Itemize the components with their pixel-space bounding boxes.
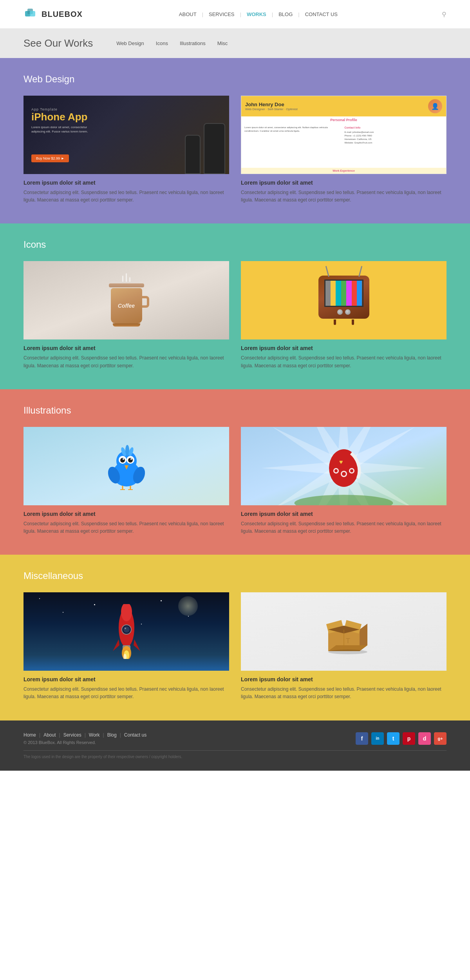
facebook-icon[interactable]: f bbox=[356, 732, 368, 745]
cup-body: Coffee bbox=[111, 288, 142, 323]
rocket-svg bbox=[111, 604, 142, 659]
nav-works[interactable]: WORKS bbox=[241, 11, 272, 17]
buy-now-button[interactable]: Buy Now $2.99 ► bbox=[31, 154, 69, 162]
bird-svg bbox=[103, 441, 150, 492]
box-svg: T bbox=[318, 608, 369, 655]
svg-rect-2 bbox=[30, 11, 35, 16]
work-image-box[interactable]: T bbox=[241, 592, 446, 671]
work-image-tv[interactable] bbox=[241, 261, 446, 339]
dribbble-icon[interactable]: d bbox=[418, 732, 431, 745]
nav-about[interactable]: ABOUT bbox=[174, 11, 202, 17]
tv-preview bbox=[241, 261, 446, 339]
svg-text:♥: ♥ bbox=[339, 459, 343, 465]
phone-big bbox=[204, 123, 225, 174]
google-plus-icon[interactable]: g+ bbox=[434, 732, 446, 745]
tv-bar-yellow bbox=[331, 281, 336, 306]
section-icons-title: Icons bbox=[24, 239, 446, 250]
resume-work-exp: Work Experience bbox=[241, 168, 446, 174]
footer-nav-services[interactable]: Services bbox=[63, 732, 81, 738]
resume-name-area: John Henry Doe Web Designer · Self-Start… bbox=[245, 102, 298, 111]
filter-bar: See Our Works Web Design Icons Illustrat… bbox=[0, 29, 470, 58]
svg-point-33 bbox=[295, 495, 393, 505]
footer-nav-about[interactable]: About bbox=[43, 732, 56, 738]
footer-nav-work[interactable]: Work bbox=[89, 732, 100, 738]
tv-body bbox=[318, 276, 369, 319]
box-preview: T bbox=[241, 592, 446, 671]
resume-preview: John Henry Doe Web Designer · Self-Start… bbox=[241, 96, 446, 174]
search-icon[interactable]: ⚲ bbox=[442, 11, 446, 18]
cup-base bbox=[113, 323, 140, 327]
svg-point-9 bbox=[123, 458, 124, 460]
rocket-preview bbox=[24, 592, 229, 671]
svg-point-10 bbox=[130, 458, 132, 460]
illustrations-grid: Lorem ipsum dolor sit amet Consectetur a… bbox=[24, 427, 446, 535]
svg-point-42 bbox=[350, 469, 353, 472]
linkedin-icon[interactable]: in bbox=[371, 732, 384, 745]
logo[interactable]: BLUEBOX bbox=[24, 7, 83, 21]
star-6 bbox=[188, 616, 189, 617]
resume-body: Lorem ipsum dolor sit amet, consectetur … bbox=[241, 123, 446, 168]
work-image-iphone[interactable]: App Template iPhone App Lorem ipsum dolo… bbox=[24, 96, 229, 174]
svg-point-7 bbox=[120, 458, 125, 463]
work-rocket-desc: Consectetur adipiscing elit. Suspendisse… bbox=[24, 686, 229, 701]
footer-nav-area: Home | About | Services | Work | Blog | … bbox=[24, 732, 146, 745]
footer-sep-5: | bbox=[120, 732, 121, 738]
nav-services[interactable]: SERVICES bbox=[203, 11, 240, 17]
nav-contact[interactable]: CONTACT US bbox=[300, 11, 343, 17]
work-box-title: Lorem ipsum dolor sit amet bbox=[241, 676, 446, 682]
resume-contact: E-mail: johndoe@email.comPhone: +1 (123)… bbox=[345, 131, 443, 145]
cup-handle bbox=[142, 296, 149, 308]
work-item-coffee: Coffee Lorem ipsum dolor sit amet Consec… bbox=[24, 261, 229, 369]
work-image-egg[interactable]: ♥ bbox=[241, 427, 446, 505]
work-item-tv: Lorem ipsum dolor sit amet Consectetur a… bbox=[241, 261, 446, 369]
nav-blog[interactable]: BLOG bbox=[273, 11, 298, 17]
egg-preview: ♥ bbox=[241, 427, 446, 505]
resume-text-left: Lorem ipsum dolor sit amet, consectetur … bbox=[244, 126, 343, 133]
bird-preview bbox=[24, 427, 229, 505]
work-iphone-desc: Consectetur adipiscing elit. Suspendisse… bbox=[24, 189, 229, 204]
filter-misc[interactable]: Misc bbox=[217, 40, 228, 46]
resume-header: John Henry Doe Web Designer · Self-Start… bbox=[241, 96, 446, 116]
filter-title: See Our Works bbox=[24, 37, 93, 49]
tv-bar-green bbox=[341, 281, 346, 306]
section-illustrations: Illustrations bbox=[0, 389, 470, 555]
work-image-coffee[interactable]: Coffee bbox=[24, 261, 229, 339]
filter-web-design[interactable]: Web Design bbox=[116, 40, 144, 46]
tv-leg-right bbox=[352, 319, 354, 325]
footer-nav-contact[interactable]: Contact us bbox=[124, 732, 146, 738]
work-item-egg: ♥ Lorem ipsum dolor sit amet Consectetur… bbox=[241, 427, 446, 535]
work-item-bird: Lorem ipsum dolor sit amet Consectetur a… bbox=[24, 427, 229, 535]
resume-profile-label: Personal Profile bbox=[241, 116, 446, 123]
twitter-icon[interactable]: t bbox=[387, 732, 400, 745]
footer: Home | About | Services | Work | Blog | … bbox=[0, 720, 470, 771]
section-web-design: Web Design App Template iPhone App Lorem… bbox=[0, 58, 470, 223]
work-image-rocket[interactable] bbox=[24, 592, 229, 671]
work-egg-desc: Consectetur adipiscing elit. Suspendisse… bbox=[241, 520, 446, 535]
filter-illustrations[interactable]: Illustrations bbox=[180, 40, 206, 46]
filter-icons[interactable]: Icons bbox=[156, 40, 168, 46]
moon-glow bbox=[178, 596, 198, 616]
tv-bar-gray bbox=[325, 281, 331, 306]
star-2 bbox=[94, 604, 95, 605]
resume-avatar: 👤 bbox=[428, 99, 442, 113]
steam-2 bbox=[126, 273, 127, 282]
footer-nav-home[interactable]: Home bbox=[24, 732, 36, 738]
section-illustrations-title: Illustrations bbox=[24, 405, 446, 416]
coffee-preview: Coffee bbox=[24, 261, 229, 339]
footer-nav-blog[interactable]: Blog bbox=[107, 732, 117, 738]
work-rocket-title: Lorem ipsum dolor sit amet bbox=[24, 676, 229, 682]
tv-knob-2 bbox=[345, 309, 351, 315]
work-item-rocket: Lorem ipsum dolor sit amet Consectetur a… bbox=[24, 592, 229, 701]
iphone-preview: App Template iPhone App Lorem ipsum dolo… bbox=[24, 96, 229, 174]
phone-shapes bbox=[185, 123, 225, 174]
footer-sep-4: | bbox=[103, 732, 104, 738]
icons-grid: Coffee Lorem ipsum dolor sit amet Consec… bbox=[24, 261, 446, 369]
filter-links: Web Design Icons Illustrations Misc bbox=[116, 40, 228, 46]
web-design-grid: App Template iPhone App Lorem ipsum dolo… bbox=[24, 96, 446, 204]
work-tv-title: Lorem ipsum dolor sit amet bbox=[241, 345, 446, 351]
work-image-bird[interactable] bbox=[24, 427, 229, 505]
work-item-resume: John Henry Doe Web Designer · Self-Start… bbox=[241, 96, 446, 204]
work-image-resume[interactable]: John Henry Doe Web Designer · Self-Start… bbox=[241, 96, 446, 174]
iphone-text: App Template iPhone App Lorem ipsum dolo… bbox=[31, 107, 94, 134]
pinterest-icon[interactable]: p bbox=[403, 732, 415, 745]
